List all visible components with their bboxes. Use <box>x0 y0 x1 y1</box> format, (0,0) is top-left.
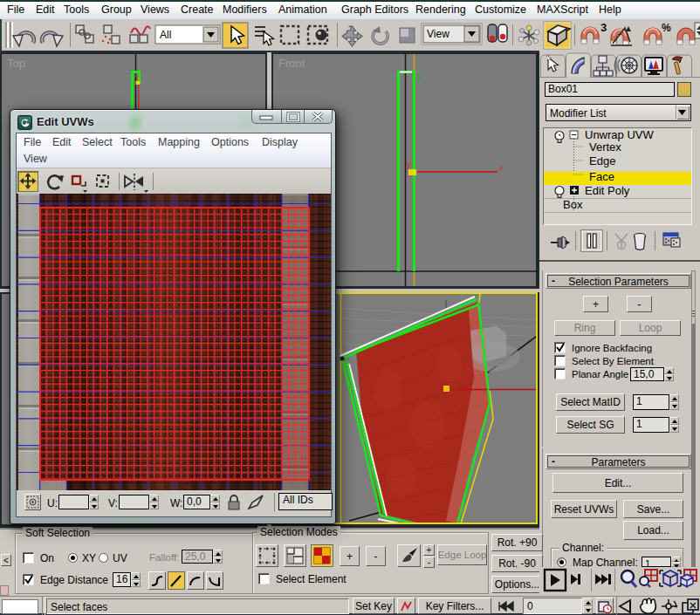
svg-text:z: z <box>416 74 421 84</box>
svg-text:Box: Box <box>563 198 583 211</box>
svg-text:Vertex: Vertex <box>589 140 621 154</box>
svg-text:x: x <box>499 163 504 173</box>
svg-text:Unwrap UVW: Unwrap UVW <box>585 128 654 141</box>
svg-text:View: View <box>427 28 450 40</box>
svg-text:Edge: Edge <box>589 154 615 167</box>
svg-text:3: 3 <box>600 21 607 34</box>
svg-text:All: All <box>160 29 171 41</box>
svg-text:Edit Poly: Edit Poly <box>585 184 630 197</box>
svg-text:%: % <box>662 22 671 34</box>
svg-text:z: z <box>446 377 450 386</box>
svg-text:Face: Face <box>589 170 614 183</box>
svg-text:y: y <box>407 160 411 169</box>
svg-text:y: y <box>135 72 140 81</box>
